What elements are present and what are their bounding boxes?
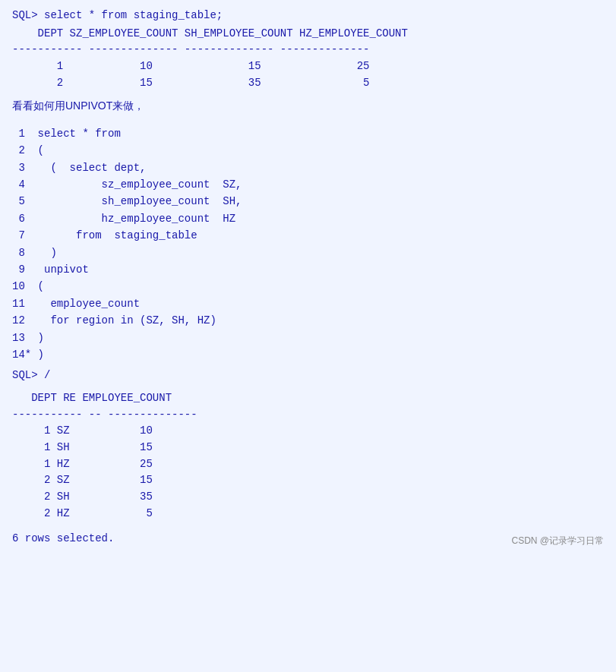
- table2: DEPT RE EMPLOYEE_COUNT ----------- -- --…: [12, 390, 604, 522]
- sql-run: SQL> /: [12, 368, 604, 384]
- code-line-1: 1 select * from: [12, 125, 604, 142]
- code-line-13: 13 ): [12, 330, 604, 346]
- code-line-9: 9 unpivot: [12, 261, 604, 278]
- chinese-intro: 看看如何用UNPIVOT来做，: [12, 97, 604, 114]
- code-line-14: 14* ): [12, 346, 604, 363]
- code-line-2: 2 (: [12, 142, 604, 159]
- code-line-12: 12 for region in (SZ, SH, HZ): [12, 312, 604, 329]
- table2-row-2: 1 SH 15: [12, 440, 604, 456]
- table1-headers: DEPT SZ_EMPLOYEE_COUNT SH_EMPLOYEE_COUNT…: [12, 26, 604, 43]
- table2-row-4: 2 SZ 15: [12, 472, 604, 489]
- table2-row-1: 1 SZ 10: [12, 423, 604, 440]
- table1-row-2: 2 15 35 5: [12, 75, 604, 92]
- code-line-7: 7 from staging_table: [12, 227, 604, 244]
- sql-command: SQL> select * from staging_table;: [12, 8, 604, 24]
- rows-selected: 6 rows selected.: [12, 531, 114, 547]
- table2-separator: ----------- -- --------------: [12, 407, 604, 424]
- code-line-10: 10 (: [12, 278, 604, 295]
- table2-row-3: 1 HZ 25: [12, 456, 604, 473]
- table2-row-5: 2 SH 35: [12, 489, 604, 506]
- code-line-6: 6 hz_employee_count HZ: [12, 210, 604, 227]
- code-line-11: 11 employee_count: [12, 295, 604, 312]
- table2-row-6: 2 HZ 5: [12, 506, 604, 522]
- code-block: 1 select * from 2 ( 3 ( select dept, 4 s…: [12, 121, 604, 368]
- code-line-4: 4 sz_employee_count SZ,: [12, 176, 604, 193]
- watermark: CSDN @记录学习日常: [511, 535, 604, 547]
- table2-headers: DEPT RE EMPLOYEE_COUNT: [12, 390, 604, 407]
- code-line-5: 5 sh_employee_count SH,: [12, 193, 604, 210]
- code-line-3: 3 ( select dept,: [12, 159, 604, 176]
- table1-separator: ----------- -------------- -------------…: [12, 42, 604, 58]
- table1-row-1: 1 10 15 25: [12, 58, 604, 75]
- code-line-8: 8 ): [12, 245, 604, 261]
- table1: DEPT SZ_EMPLOYEE_COUNT SH_EMPLOYEE_COUNT…: [12, 26, 604, 92]
